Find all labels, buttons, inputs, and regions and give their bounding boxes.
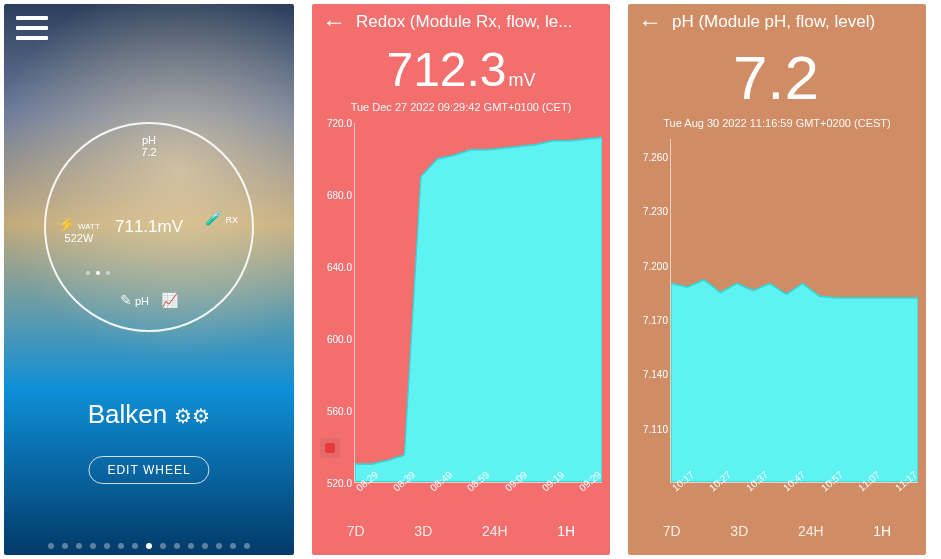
wheel-watt[interactable]: ⚡ WATT 522W [58, 216, 100, 244]
pager-dot[interactable] [244, 543, 250, 549]
wheel-pager [86, 271, 110, 275]
ph-label: pH [141, 134, 156, 146]
y-tick: 7.140 [643, 369, 668, 380]
menu-icon[interactable] [16, 16, 48, 40]
pager-dot[interactable] [146, 543, 152, 549]
pager-dot[interactable] [118, 543, 124, 549]
pager-dot[interactable] [230, 543, 236, 549]
y-tick: 720.0 [327, 118, 352, 129]
sensor-wheel[interactable]: pH 7.2 ⚡ WATT 522W 711.1mV 🧪 RX ✎ pH 📈 [44, 122, 254, 332]
pager-dot[interactable] [48, 543, 54, 549]
probe-icon: 🧪 [205, 210, 222, 226]
device-title: Balken [88, 399, 168, 429]
gear-icon[interactable]: ⚙︎⚙︎ [174, 405, 210, 427]
ph-tab-1h[interactable]: 1H [873, 523, 891, 539]
wheel-ph-top[interactable]: pH 7.2 [141, 134, 156, 158]
y-tick: 7.230 [643, 206, 668, 217]
ph-header: ← pH (Module pH, flow, level) [628, 4, 926, 36]
ph-center-label: pH [135, 295, 149, 307]
y-tick: 680.0 [327, 190, 352, 201]
y-tick: 600.0 [327, 334, 352, 345]
pager-dot[interactable] [132, 543, 138, 549]
probe-icon: ✎ [120, 292, 132, 308]
plug-icon: ⚡ [58, 216, 75, 232]
device-title-row: Balken ⚙︎⚙︎ [4, 399, 294, 430]
pager-dot[interactable] [90, 543, 96, 549]
wheel-ph-bottom[interactable]: ✎ pH 📈 [120, 292, 178, 308]
redox-chart[interactable]: 520.0560.0600.0640.0680.0720.0 08:2908:3… [320, 123, 604, 509]
y-tick: 7.260 [643, 152, 668, 163]
pager-dot[interactable] [76, 543, 82, 549]
ph-tab-7d[interactable]: 7D [663, 523, 681, 539]
redox-tab-24h[interactable]: 24H [482, 523, 508, 539]
wheel-rx[interactable]: 🧪 RX [205, 210, 238, 226]
screen-pager[interactable] [4, 543, 294, 549]
redox-range-tabs: 7D3D24H1H [312, 509, 610, 555]
back-icon[interactable]: ← [638, 10, 662, 34]
ph-chart[interactable]: 7.1107.1407.1707.2007.2307.260 10:1710:2… [636, 139, 920, 509]
watt-value: 522W [65, 232, 94, 244]
redox-value-display: 712.3mV [312, 42, 610, 97]
y-tick: 7.110 [643, 423, 668, 434]
home-screen: pH 7.2 ⚡ WATT 522W 711.1mV 🧪 RX ✎ pH 📈 [4, 4, 294, 555]
ph-tab-24h[interactable]: 24H [798, 523, 824, 539]
y-tick: 7.170 [643, 315, 668, 326]
pager-dot[interactable] [216, 543, 222, 549]
ph-value: 7.2 [141, 146, 156, 158]
ph-value: 7.2 [733, 43, 819, 112]
redox-screen: ← Redox (Module Rx, flow, le... 712.3mV … [312, 4, 610, 555]
y-tick: 520.0 [327, 478, 352, 489]
ph-value-display: 7.2 [628, 42, 926, 113]
pager-dot[interactable] [202, 543, 208, 549]
record-icon[interactable] [320, 438, 340, 458]
redox-unit: mV [509, 70, 536, 90]
y-tick: 560.0 [327, 406, 352, 417]
wheel-redox-value[interactable]: 711.1mV [115, 217, 183, 237]
redox-tab-3d[interactable]: 3D [414, 523, 432, 539]
redox-title: Redox (Module Rx, flow, le... [356, 12, 572, 32]
rx-label: RX [225, 215, 238, 225]
redox-timestamp: Tue Dec 27 2022 09:29:42 GMT+0100 (CET) [312, 101, 610, 113]
ph-tab-3d[interactable]: 3D [730, 523, 748, 539]
redox-value: 712.3 [386, 43, 506, 96]
ph-timestamp: Tue Aug 30 2022 11:16:59 GMT+0200 (CEST) [628, 117, 926, 129]
edit-wheel-button[interactable]: EDIT WHEEL [88, 456, 209, 484]
redox-tab-1h[interactable]: 1H [557, 523, 575, 539]
y-tick: 7.200 [643, 260, 668, 271]
ph-title: pH (Module pH, flow, level) [672, 12, 875, 32]
redox-header: ← Redox (Module Rx, flow, le... [312, 4, 610, 36]
redox-tab-7d[interactable]: 7D [347, 523, 365, 539]
ph-screen: ← pH (Module pH, flow, level) 7.2 Tue Au… [628, 4, 926, 555]
pager-dot[interactable] [188, 543, 194, 549]
chart-icon[interactable]: 📈 [161, 292, 178, 308]
watt-label: WATT [78, 222, 100, 231]
pager-dot[interactable] [174, 543, 180, 549]
pager-dot[interactable] [104, 543, 110, 549]
ph-range-tabs: 7D3D24H1H [628, 509, 926, 555]
pager-dot[interactable] [160, 543, 166, 549]
y-tick: 640.0 [327, 262, 352, 273]
pager-dot[interactable] [62, 543, 68, 549]
back-icon[interactable]: ← [322, 10, 346, 34]
